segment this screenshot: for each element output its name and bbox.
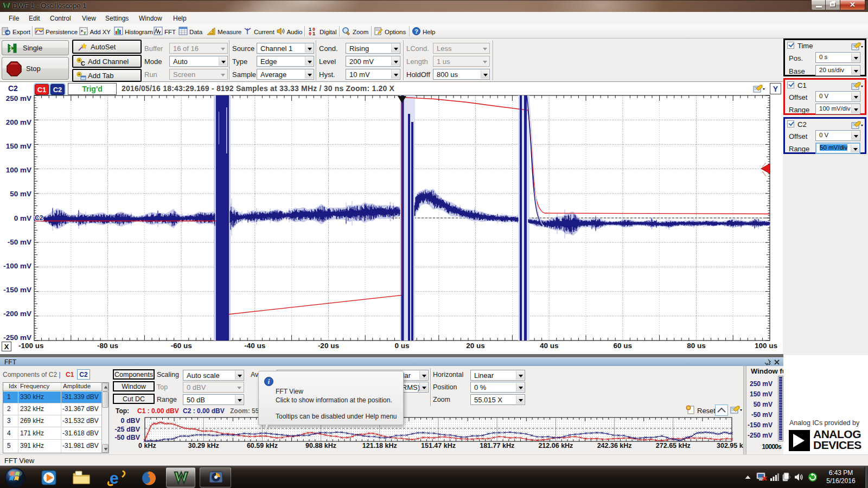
svg-text:60 us: 60 us: [614, 342, 633, 350]
svg-text:-20 us: -20 us: [318, 342, 339, 350]
svg-text:-250 mV: -250 mV: [3, 333, 31, 342]
svg-text:151.47 kHz: 151.47 kHz: [421, 442, 456, 450]
svg-text:242.36 kHz: 242.36 kHz: [597, 442, 632, 450]
svg-text:272.65 kHz: 272.65 kHz: [656, 442, 691, 450]
svg-text:0: 0: [309, 31, 311, 36]
svg-text:150 mV: 150 mV: [6, 142, 31, 150]
svg-text:20 us: 20 us: [466, 342, 485, 350]
svg-text:50 mV: 50 mV: [10, 190, 31, 198]
svg-text:C2: C2: [35, 214, 43, 222]
svg-text:212.06 kHz: 212.06 kHz: [538, 442, 573, 450]
svg-text:0 us: 0 us: [394, 342, 409, 350]
svg-text:-100 mV: -100 mV: [3, 262, 31, 270]
svg-text:-150 mV: -150 mV: [3, 286, 31, 294]
svg-text:-60 us: -60 us: [171, 342, 192, 350]
svg-text:40 us: 40 us: [540, 342, 559, 350]
svg-text:-100 us: -100 us: [18, 342, 44, 350]
svg-text:302.95 kHz: 302.95 kHz: [717, 442, 743, 450]
svg-text:80 us: 80 us: [687, 342, 706, 350]
svg-text:?: ?: [414, 28, 418, 35]
svg-text:0 dBV: 0 dBV: [121, 417, 141, 425]
svg-text:250 mV: 250 mV: [6, 94, 31, 102]
svg-text:200 mV: 200 mV: [6, 118, 31, 126]
svg-text:30.29 kHz: 30.29 kHz: [188, 442, 219, 450]
svg-text:0 kHz: 0 kHz: [138, 442, 156, 450]
svg-text:0 mV: 0 mV: [14, 214, 31, 222]
svg-text:-80 us: -80 us: [97, 342, 118, 350]
svg-text:1: 1: [9, 46, 12, 52]
svg-text:-25 dBV: -25 dBV: [114, 426, 140, 433]
svg-text:90.88 kHz: 90.88 kHz: [305, 442, 336, 450]
svg-text:1: 1: [312, 31, 315, 36]
svg-text:60.59 kHz: 60.59 kHz: [247, 442, 278, 450]
svg-text:100 mV: 100 mV: [6, 166, 31, 174]
svg-text:e: e: [110, 469, 119, 487]
svg-text:-40 us: -40 us: [244, 342, 265, 350]
svg-text:y: y: [84, 30, 86, 35]
svg-text:181.77 kHz: 181.77 kHz: [480, 442, 514, 450]
svg-text:-50 mV: -50 mV: [8, 238, 31, 246]
svg-text:100 us: 100 us: [755, 342, 777, 350]
svg-text:-200 mV: -200 mV: [3, 310, 31, 318]
svg-text:-50 dBV: -50 dBV: [114, 434, 140, 441]
svg-text:121.18 kHz: 121.18 kHz: [362, 442, 397, 450]
svg-text:C: C: [81, 60, 85, 66]
